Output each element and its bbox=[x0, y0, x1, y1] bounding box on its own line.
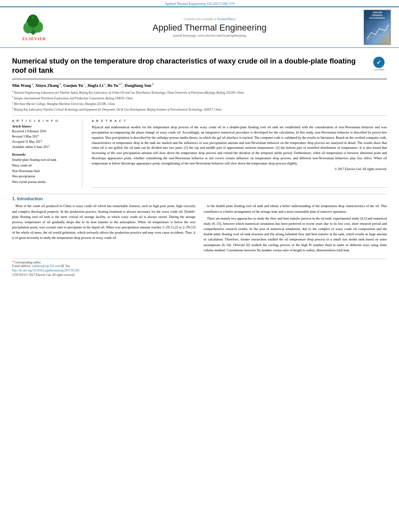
abstract-body: Physical and mathematical models for the… bbox=[92, 125, 387, 166]
cover-title-text: APPLIED THERMAL ENGINEERING bbox=[369, 11, 385, 20]
svg-point-7 bbox=[32, 17, 34, 18]
authors-line: Min Wang a, Xinyu Zhang b, Guojun Yu c, … bbox=[12, 82, 387, 88]
author-2-name: Xinyu Zhang bbox=[35, 83, 59, 87]
journal-header: ELSEVIER Contents lists available at Sci… bbox=[0, 6, 399, 48]
crossmark-badge: ✓ CrossMark bbox=[371, 57, 387, 71]
available-online-date: Available online 6 June 2017 bbox=[12, 145, 78, 150]
journal-cover-area: APPLIED THERMAL ENGINEERING bbox=[359, 10, 391, 45]
science-direct-link: Contents lists available at ScienceDirec… bbox=[60, 17, 359, 21]
cover-graph-icon bbox=[365, 21, 389, 43]
keywords-label: Keywords: bbox=[12, 153, 78, 156]
author-6-sup: d bbox=[151, 82, 153, 86]
crossmark-label: CrossMark bbox=[374, 68, 385, 71]
journal-ref-bar: Applied Thermal Engineering 124 (2017) 5… bbox=[0, 0, 399, 6]
elsevier-logo: ELSEVIER bbox=[8, 14, 60, 41]
intro-col-1: Most of the crude oil produced in China … bbox=[12, 203, 195, 255]
keywords-list: Double-plate floating roof oil tank Waxy… bbox=[12, 157, 78, 185]
doi-line: http://dx.doi.org/10.1016/j.applthermale… bbox=[12, 269, 387, 272]
revised-date: Revised 3 May 2017 bbox=[12, 134, 78, 140]
intro-p3: There are mainly two approaches to study… bbox=[204, 216, 387, 253]
author-3-name: Guojun Yu bbox=[63, 83, 83, 87]
svg-point-6 bbox=[39, 22, 40, 23]
intro-col-2: in the double-plate floating roof oil ta… bbox=[204, 203, 387, 255]
article-title-section: Numerical study on the temperature drop … bbox=[12, 57, 387, 79]
journal-main-title: Applied Thermal Engineering bbox=[60, 23, 359, 33]
introduction-section: 1. Introduction Most of the crude oil pr… bbox=[12, 194, 387, 255]
keyword-1: Double-plate floating roof oil tank bbox=[12, 157, 78, 163]
author-4-sup: a bbox=[103, 82, 105, 86]
article-info-col: A R T I C L E I N F O Article history: R… bbox=[12, 119, 82, 188]
author-6-name: Dongliang Sun bbox=[125, 83, 151, 87]
intro-section-title: 1. Introduction bbox=[12, 196, 387, 201]
article-info-heading: A R T I C L E I N F O bbox=[12, 119, 78, 123]
received-date: Received 2 February 2016 bbox=[12, 129, 78, 134]
article-history: Article history: Received 2 February 201… bbox=[12, 125, 78, 150]
affiliation-a: a National Engineering Laboratory for Pi… bbox=[12, 90, 387, 95]
intro-two-col: Most of the crude oil produced in China … bbox=[12, 203, 387, 255]
affiliations-section: a National Engineering Laboratory for Pi… bbox=[12, 90, 387, 116]
keyword-2: Waxy crude oil bbox=[12, 163, 78, 168]
author-5-name: Bo Yu bbox=[107, 83, 118, 87]
intro-p1: Most of the crude oil produced in China … bbox=[12, 203, 195, 240]
elsevier-tree-icon bbox=[16, 14, 52, 36]
keyword-5: Wax crystal porous media bbox=[12, 179, 78, 185]
page-footer: * Corresponding author. E-mail address: … bbox=[12, 259, 387, 277]
affiliation-b: b Sinopec International Petroleum Explor… bbox=[12, 95, 387, 101]
issn-line: 1359-4311/© 2017 Elsevier Ltd. All right… bbox=[12, 273, 387, 277]
author-1-name: Min Wang bbox=[12, 83, 31, 87]
journal-title-area: Contents lists available at ScienceDirec… bbox=[60, 17, 359, 37]
svg-point-8 bbox=[25, 29, 26, 30]
author-3-sup: c bbox=[83, 82, 85, 86]
affiliation-c: c Merchant Marine College, Shanghai Mari… bbox=[12, 101, 387, 106]
svg-point-9 bbox=[41, 28, 42, 29]
email-note: E-mail address: yubobox@vip.163.com (B. … bbox=[12, 264, 387, 268]
journal-ref-text: Applied Thermal Engineering 124 (2017) 5… bbox=[165, 2, 234, 6]
elsevier-text: ELSEVIER bbox=[23, 37, 46, 41]
crossmark-icon: ✓ bbox=[373, 57, 385, 68]
corresponding-note: * Corresponding author. bbox=[12, 261, 387, 264]
abstract-col: A B S T R A C T Physical and mathematica… bbox=[92, 119, 387, 188]
keyword-3: Non-Newtonian fluid bbox=[12, 168, 78, 174]
email-link[interactable]: yubobox@vip.163.com bbox=[32, 264, 60, 268]
copyright-line: © 2017 Elsevier Ltd. All rights reserved… bbox=[92, 167, 387, 171]
author-1-sup: a bbox=[31, 82, 33, 86]
journal-cover-image: APPLIED THERMAL ENGINEERING bbox=[364, 10, 391, 45]
journal-homepage: journal homepage: www.elsevier.com/locat… bbox=[60, 34, 359, 37]
intro-p2: in the double-plate floating roof oil ta… bbox=[204, 203, 387, 214]
doi-link[interactable]: http://dx.doi.org/10.1016/j.applthermale… bbox=[12, 269, 79, 272]
author-2-sup: b bbox=[59, 82, 61, 86]
author-4-name: Jingfa Li bbox=[87, 83, 103, 87]
abstract-heading: A B S T R A C T bbox=[92, 119, 387, 123]
keyword-4: Wax precipitation bbox=[12, 174, 78, 179]
info-abstract-section: A R T I C L E I N F O Article history: R… bbox=[12, 119, 387, 188]
svg-point-5 bbox=[27, 23, 28, 25]
affiliation-d: d Beijing Key Laboratory Pipeline Critic… bbox=[12, 107, 387, 112]
main-content: Numerical study on the temperature drop … bbox=[0, 48, 399, 281]
elsevier-logo-area: ELSEVIER bbox=[8, 14, 60, 41]
article-title: Numerical study on the temperature drop … bbox=[12, 57, 367, 76]
history-label: Article history: bbox=[12, 125, 78, 128]
science-direct-anchor[interactable]: ScienceDirect bbox=[218, 17, 236, 21]
author-5-sup: d,* bbox=[118, 82, 123, 86]
accepted-date: Accepted 31 May 2017 bbox=[12, 140, 78, 145]
keywords-section: Keywords: Double-plate floating roof oil… bbox=[12, 153, 78, 185]
svg-point-4 bbox=[27, 14, 39, 27]
